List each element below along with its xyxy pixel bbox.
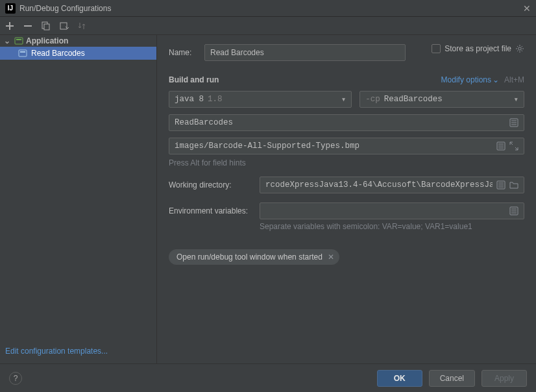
cancel-button[interactable]: Cancel [429, 370, 475, 387]
application-type-icon [14, 36, 23, 45]
tree-group-label: Application [26, 36, 68, 45]
jdk-selector[interactable]: java 8 1.8 ▾ [169, 91, 352, 108]
modify-options-link[interactable]: Modify options ⌄ [441, 75, 499, 84]
config-tree: ⌄ Application Read Barcodes [0, 35, 156, 341]
svg-rect-3 [60, 23, 67, 29]
chevron-down-icon: ⌄ [493, 75, 499, 84]
store-label: Store as project file [445, 44, 511, 53]
help-icon[interactable]: ? [9, 372, 22, 385]
field-hint: Press Alt for field hints [169, 158, 524, 167]
close-icon[interactable]: ✕ [328, 252, 334, 262]
gear-icon[interactable] [515, 44, 524, 53]
list-icon[interactable] [496, 180, 506, 190]
env-hint: Separate variables with semicolon: VAR=v… [260, 222, 524, 231]
apply-button: Apply [481, 370, 527, 387]
store-checkbox[interactable] [432, 44, 441, 53]
working-dir-label: Working directory: [169, 180, 252, 190]
caret-down-icon: ▾ [341, 94, 347, 104]
list-icon[interactable] [509, 206, 518, 215]
option-chip[interactable]: Open run/debug tool window when started … [169, 249, 339, 265]
app-icon: IJ [5, 3, 16, 14]
working-dir-input[interactable] [260, 177, 524, 193]
close-icon[interactable]: ✕ [523, 3, 531, 14]
svg-rect-2 [44, 24, 49, 30]
svg-point-8 [518, 47, 521, 50]
expand-icon[interactable] [509, 141, 518, 151]
folder-icon[interactable] [509, 180, 518, 190]
main-panel: Name: Store as project file Build and ru… [157, 35, 536, 363]
toolbar [0, 17, 536, 35]
sidebar: ⌄ Application Read Barcodes Edit configu… [0, 35, 157, 363]
expander-icon[interactable]: ⌄ [4, 36, 12, 45]
build-run-section: Build and run Modify options ⌄ Alt+M [169, 75, 524, 84]
window-title: Run/Debug Configurations [19, 4, 523, 13]
store-as-project-file[interactable]: Store as project file [432, 44, 524, 53]
svg-rect-4 [15, 38, 23, 44]
list-icon[interactable] [509, 118, 518, 127]
main-class-input[interactable] [169, 114, 524, 131]
svg-rect-6 [19, 50, 27, 56]
svg-rect-0 [24, 25, 32, 27]
tree-item-label: Read Barcodes [31, 49, 85, 58]
chip-label: Open run/debug tool window when started [177, 252, 323, 262]
section-label: Build and run [169, 75, 219, 84]
dialog-footer: ? OK Cancel Apply [0, 363, 536, 392]
env-vars-input[interactable] [260, 202, 524, 219]
copy-icon[interactable] [40, 20, 52, 32]
tree-item-read-barcodes[interactable]: Read Barcodes [0, 47, 156, 60]
svg-rect-5 [16, 39, 21, 40]
remove-icon[interactable] [22, 20, 34, 32]
edit-templates-link[interactable]: Edit configuration templates... [5, 347, 108, 356]
program-args-input[interactable] [169, 138, 524, 154]
ok-button[interactable]: OK [377, 370, 422, 387]
run-config-icon [18, 49, 27, 58]
save-template-icon[interactable] [58, 20, 70, 32]
sort-icon[interactable] [77, 20, 88, 32]
modify-shortcut: Alt+M [504, 75, 524, 84]
name-label: Name: [169, 48, 204, 57]
env-vars-label: Environment variables: [169, 206, 252, 215]
name-input[interactable] [204, 44, 406, 61]
caret-down-icon: ▾ [513, 94, 518, 104]
classpath-selector[interactable]: -cp ReadBarcodes ▾ [359, 91, 524, 108]
add-icon[interactable] [4, 20, 16, 32]
tree-group-application[interactable]: ⌄ Application [0, 35, 156, 47]
svg-rect-7 [20, 51, 25, 53]
titlebar: IJ Run/Debug Configurations ✕ [0, 0, 536, 17]
list-icon[interactable] [496, 141, 506, 151]
